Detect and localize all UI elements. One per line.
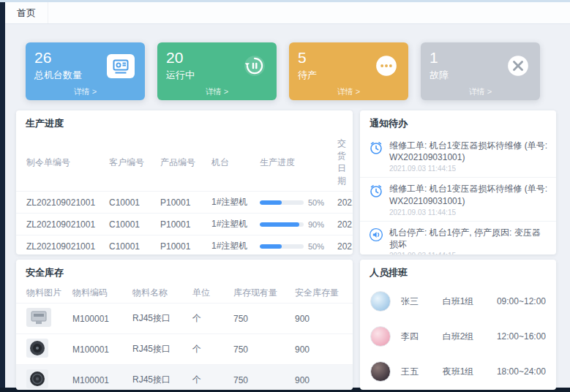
staff-shift: 白班1组 (443, 295, 497, 308)
notice-item[interactable]: 维修工单: 机台1变压器损坏待维修 (单号: WX202109031001) 2… (360, 135, 556, 178)
stock-cell: 750 (230, 304, 291, 334)
stat-card-fault: 1 故障 详情 > (421, 42, 540, 100)
column-header: 物料图片 (16, 284, 69, 304)
panel-title: 安全库存 (16, 260, 353, 284)
dashboard-page: 首页 26 总机台数量 详情 > 20 运行中 详情 > 5 待产 (0, 0, 570, 392)
notice-time: 2021.09.03 11:44:15 (389, 208, 547, 216)
safety-stock-cell: 900 (291, 304, 353, 334)
panel-safety-stock: 安全库存 物料图片 物料编码 物料名称 单位 库存现有量 安全库存量 (16, 260, 353, 390)
safety-stock-cell: 900 (291, 365, 353, 391)
stat-card-pending: 5 待产 详情 > (289, 42, 408, 100)
notice-item[interactable]: 维修工单: 机台1变压器损坏待维修 (单号: WX202109031001) 2… (360, 178, 556, 221)
staff-time: 09:00~12:00 (497, 296, 546, 306)
staff-time: 12:00~16:00 (497, 331, 546, 342)
material-name-cell: RJ45接口 (129, 365, 189, 391)
unit-cell: 个 (189, 365, 230, 391)
speaker-part-image (26, 369, 48, 390)
staff-row: 李四 白班2组 12:00~16:00 (360, 319, 556, 354)
column-header: 物料编码 (69, 284, 129, 304)
staff-shift: 夜班1组 (443, 366, 497, 378)
table-row: ZL202109021001 C10001 P10001 1#注塑机 90% 2… (16, 214, 353, 235)
table-row: M100001 RJ45接口 个 750 900 (16, 304, 353, 334)
ellipsis-icon (375, 54, 398, 80)
column-header: 制令单编号 (16, 135, 105, 192)
order-cell: ZL202109021001 (16, 235, 105, 255)
detail-link[interactable]: 详情 > (157, 86, 277, 97)
window-left-edge (0, 2, 5, 392)
column-header: 机台 (208, 135, 256, 192)
rj45-connector-image (26, 308, 51, 329)
progress-cell: 90% (256, 214, 334, 235)
inventory-table: 物料图片 物料编码 物料名称 单位 库存现有量 安全库存量 M100001 (16, 284, 353, 390)
avatar (370, 291, 391, 312)
material-image-cell (16, 334, 69, 365)
production-table: 制令单编号 客户编号 产品编号 机台 生产进度 交货日期 ZL202109021… (16, 135, 353, 255)
notice-item[interactable]: 机台停产: 机台1停产, 停产原因: 变压器损坏 2021.09.03 11:4… (360, 222, 556, 255)
table-row: ZL202109021001 C10001 P10001 1#注塑机 50% 2… (16, 235, 353, 255)
machine-icon (107, 54, 135, 78)
stat-card-total-machines: 26 总机台数量 详情 > (26, 42, 145, 100)
table-row: M100001 RJ45接口 个 750 900 (16, 334, 353, 365)
progress-bar (260, 244, 304, 249)
avatar (370, 326, 391, 347)
detail-link[interactable]: 详情 > (289, 86, 408, 97)
table-header-row: 制令单编号 客户编号 产品编号 机台 生产进度 交货日期 (16, 135, 353, 192)
unit-cell: 个 (189, 334, 230, 365)
staff-shift: 白班2组 (443, 331, 497, 343)
product-cell: P10001 (157, 192, 208, 214)
alarm-clock-icon (369, 184, 383, 216)
staff-time: 18:00~24:00 (497, 366, 546, 377)
stock-cell: 750 (230, 334, 291, 365)
table-row: ZL202109021001 C10001 P10001 1#注塑机 50% 2… (16, 192, 353, 214)
panel-title: 通知待办 (360, 110, 556, 135)
panel-title: 人员排班 (360, 260, 556, 284)
product-cell: P10001 (157, 235, 208, 255)
panel-notices: 通知待办 维修工单: 机台1变压器损坏待维修 (单号: WX2021090310… (360, 110, 556, 255)
column-header: 库存现有量 (230, 284, 291, 304)
tools-icon (506, 54, 530, 80)
machine-cell: 1#注塑机 (208, 235, 256, 255)
material-image-cell (16, 365, 69, 391)
staff-name: 李四 (401, 331, 443, 343)
tab-home[interactable]: 首页 (5, 2, 48, 23)
notice-text: 维修工单: 机台1变压器损坏待维修 (单号: WX202109031001) (389, 140, 547, 163)
customer-cell: C10001 (105, 214, 157, 235)
column-header: 产品编号 (157, 135, 208, 192)
panel-production-progress: 生产进度 制令单编号 客户编号 产品编号 机台 生产进度 交货日期 ZL2021… (16, 110, 353, 255)
date-cell: 2021-09-10 (334, 192, 353, 214)
notice-time: 2021.09.03 11:44:15 (389, 252, 547, 255)
panel-staff-schedule: 人员排班 张三 白班1组 09:00~12:00 李四 白班2组 12:00~1… (360, 260, 556, 390)
column-header: 交货日期 (334, 135, 353, 192)
notice-text: 维修工单: 机台1变压器损坏待维修 (单号: WX202109031001) (389, 183, 547, 206)
product-cell: P10001 (157, 214, 208, 235)
staff-name: 张三 (401, 295, 443, 308)
column-header: 客户编号 (105, 135, 157, 192)
detail-link[interactable]: 详情 > (421, 86, 540, 97)
machine-cell: 1#注塑机 (208, 214, 256, 235)
staff-row: 王五 夜班1组 18:00~24:00 (360, 354, 556, 389)
staff-row: 张三 白班1组 09:00~12:00 (360, 284, 556, 319)
customer-cell: C10001 (105, 192, 157, 214)
alarm-clock-icon (369, 140, 383, 173)
stat-cards-row: 26 总机台数量 详情 > 20 运行中 详情 > 5 待产 详情 > (26, 42, 540, 100)
order-cell: ZL202109021001 (16, 214, 105, 235)
unit-cell: 个 (189, 304, 230, 334)
running-icon (243, 54, 266, 80)
column-header: 物料名称 (129, 284, 189, 304)
column-header: 生产进度 (256, 135, 334, 192)
material-code-cell: M100001 (69, 334, 129, 365)
progress-bar (260, 222, 304, 227)
detail-link[interactable]: 详情 > (26, 86, 145, 97)
speaker-icon (369, 227, 383, 255)
date-cell: 2021-09-10 (334, 214, 353, 235)
order-cell: ZL202109021001 (16, 192, 105, 214)
customer-cell: C10001 (105, 235, 157, 255)
panel-title: 生产进度 (16, 110, 353, 135)
staff-name: 王五 (401, 366, 443, 378)
progress-cell: 50% (256, 192, 334, 214)
date-cell: 2021-09-10 (334, 235, 353, 255)
tab-bar: 首页 (5, 2, 570, 24)
material-name-cell: RJ45接口 (129, 304, 189, 334)
safety-stock-cell: 900 (291, 334, 353, 365)
progress-bar (260, 200, 304, 205)
